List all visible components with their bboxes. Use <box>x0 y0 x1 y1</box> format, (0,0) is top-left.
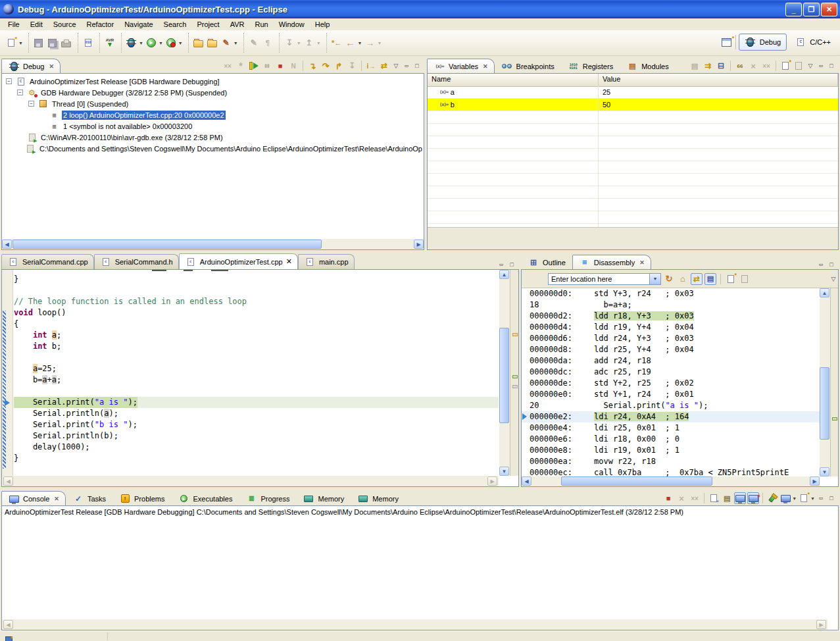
close-tab-icon[interactable]: ✕ <box>639 259 645 266</box>
variables-tab-icon[interactable]: (x)= <box>433 61 445 72</box>
debug-tree-row[interactable]: ≡1 <symbol is not available> 0x00003200 <box>2 120 424 132</box>
code-line[interactable]: void loop() <box>14 307 499 319</box>
breakpoints-tab-icon[interactable] <box>501 61 513 72</box>
view-maximize-icon[interactable]: □ <box>827 63 836 69</box>
disassembly-line[interactable]: 000000ec:call 0x7ba; 0x7ba <_ZN5Print5pr… <box>522 467 820 476</box>
location-input[interactable] <box>548 273 650 285</box>
debug-tree-row[interactable]: ▶C:\Documents and Settings\Steven Cogswe… <box>2 143 424 154</box>
code-line[interactable] <box>14 386 499 397</box>
close-tab-icon[interactable]: ✕ <box>49 63 54 70</box>
disassembly-line[interactable]: 000000d0:std Y+3, r24; 0x03 <box>522 288 820 299</box>
terminate-icon[interactable]: ■ <box>274 60 286 72</box>
menu-window[interactable]: Window <box>274 19 310 30</box>
scroll-thumb[interactable] <box>820 367 829 440</box>
instruction-stepping-icon[interactable]: i→ <box>365 60 377 72</box>
step-into-icon[interactable]: ↴ <box>307 60 318 72</box>
variable-row[interactable]: (x)=b50 <box>428 99 838 111</box>
disassembly-line[interactable]: 000000e2:ldi r24, 0xA4; 164 <box>522 411 820 423</box>
view-minimize-icon[interactable]: ▭ <box>816 63 826 68</box>
disassembly-line[interactable]: 000000ea:movw r22, r18 <box>522 456 820 467</box>
tab-registers[interactable]: 10100101Registers <box>561 59 620 73</box>
code-line[interactable]: a=25; <box>14 363 499 374</box>
code-line[interactable]: int b; <box>14 341 499 352</box>
new-wizard-dropdown-icon[interactable]: ▼ <box>18 41 23 45</box>
restore-button[interactable]: ❐ <box>803 3 820 16</box>
code-line[interactable]: } <box>14 453 499 464</box>
code-line[interactable]: Serial.print("b is "); <box>14 419 499 430</box>
debug-tree-row[interactable]: ▶C:\WinAVR-20100110\bin\avr-gdb.exe (3/2… <box>2 132 424 143</box>
menu-search[interactable]: Search <box>159 19 192 30</box>
view-maximize-icon[interactable]: □ <box>412 63 422 69</box>
scroll-down-icon[interactable]: ▼ <box>499 467 509 476</box>
editor-gutter[interactable] <box>2 270 13 476</box>
tab-main-cpp[interactable]: cmain.cpp <box>298 254 355 269</box>
code-line[interactable]: } <box>14 274 499 285</box>
tab-executables[interactable]: ▶Executables <box>172 491 239 505</box>
tab-serialcommand-h[interactable]: cSerialCommand.h <box>94 254 179 269</box>
step-over-icon[interactable]: ↷ <box>320 60 332 72</box>
close-tab-icon[interactable]: ✕ <box>286 257 292 266</box>
collapse-all-icon[interactable]: ⊟ <box>715 60 727 72</box>
disassembly-source-line[interactable]: 20 Serial.print("a is "); <box>522 400 820 411</box>
code-line[interactable]: Serial.println(a); <box>14 408 499 419</box>
code-line[interactable]: b=a+a; <box>14 374 499 386</box>
overview-ruler[interactable] <box>510 270 518 476</box>
sync-active-context-icon[interactable]: ⇄ <box>691 273 703 285</box>
debug-dropdown-icon[interactable]: ▼ <box>139 41 143 45</box>
column-name[interactable]: Name <box>428 74 599 86</box>
debug-hscrollbar[interactable]: ◀ ▶ <box>2 239 424 249</box>
code-line[interactable] <box>14 352 499 363</box>
code-editor[interactable]: }// The loop function is called in an en… <box>14 270 499 476</box>
disassembly-line[interactable]: 000000e4:ldi r25, 0x01; 1 <box>522 423 820 434</box>
tab-memory[interactable]: Memory <box>351 491 405 505</box>
scroll-left-icon[interactable]: ◀ <box>522 476 531 486</box>
view-maximize-icon[interactable]: □ <box>827 495 836 501</box>
close-button[interactable]: ✕ <box>821 3 837 16</box>
view-minimize-icon[interactable]: ▭ <box>402 63 411 68</box>
editor-hscrollbar[interactable]: ◀ ▶ <box>2 476 499 486</box>
editor-vscrollbar[interactable]: ▲ ▼ <box>499 270 510 476</box>
tab-modules[interactable]: ▤Modules <box>620 59 676 73</box>
scroll-left-icon[interactable]: ◀ <box>2 240 12 249</box>
code-line[interactable] <box>14 285 499 296</box>
perspective-cc[interactable]: CC/C++ <box>789 34 836 50</box>
watch-icon[interactable]: 66 <box>734 60 746 72</box>
view-maximize-icon[interactable]: □ <box>507 261 516 268</box>
scroll-up-icon[interactable]: ▲ <box>820 288 829 297</box>
code-line[interactable]: Serial.println(b); <box>14 430 499 442</box>
tree-expander-icon[interactable]: − <box>28 101 34 107</box>
show-logical-structures-icon[interactable]: ⇉ <box>702 60 714 72</box>
view-menu-icon[interactable]: ▽ <box>806 63 815 69</box>
code-line[interactable]: { <box>14 319 499 330</box>
c-file-icon[interactable]: c <box>7 256 19 268</box>
menu-avr[interactable]: AVR <box>225 19 250 30</box>
disassembly-line[interactable]: 000000de:std Y+2, r25; 0x02 <box>522 378 820 389</box>
resume-icon[interactable] <box>248 60 260 72</box>
disassembly-line[interactable]: 000000e6:ldi r18, 0x00; 0 <box>522 434 820 445</box>
display-selected-console-dropdown-icon[interactable]: ▼ <box>792 496 797 501</box>
disassembly-tab-icon[interactable]: ≡ <box>579 257 591 269</box>
executables-tab-icon[interactable]: ▶ <box>178 493 190 505</box>
scroll-thumb[interactable] <box>499 328 509 423</box>
tab-variables[interactable]: (x)=Variables✕ <box>427 59 495 73</box>
terminate-icon[interactable]: ■ <box>662 492 674 504</box>
view-minimize-icon[interactable]: ▭ <box>816 496 826 501</box>
memory-tab-icon[interactable] <box>357 493 369 505</box>
console-tab-icon[interactable] <box>8 493 20 505</box>
minimize-button[interactable]: _ <box>785 3 802 16</box>
scroll-thumb[interactable] <box>12 240 322 249</box>
back-icon[interactable]: ← <box>345 37 357 49</box>
disassembly-line[interactable]: 000000d2:ldd r18, Y+3; 0x03 <box>522 311 820 322</box>
view-menu-icon[interactable]: ▽ <box>391 63 401 69</box>
cpp-persp-icon[interactable]: C <box>795 36 806 48</box>
column-value[interactable]: Value <box>599 74 838 86</box>
clear-console-icon[interactable]: × <box>708 492 720 504</box>
disassembly-listing[interactable]: 000000d0:std Y+3, r24; 0x0318 b=a+a;0000… <box>522 288 820 476</box>
debug-tree-row[interactable]: −⚙GDB Hardware Debugger (3/28/12 2:58 PM… <box>2 87 424 98</box>
view-menu-icon[interactable]: ▽ <box>829 276 838 282</box>
scroll-lock-icon[interactable]: ▤ <box>721 492 733 504</box>
tasks-tab-icon[interactable]: ✓ <box>72 493 84 505</box>
new-view-icon[interactable]: * <box>725 273 737 285</box>
scroll-right-icon[interactable]: ▶ <box>414 240 424 249</box>
perspective-debug[interactable]: Debug <box>739 34 787 51</box>
